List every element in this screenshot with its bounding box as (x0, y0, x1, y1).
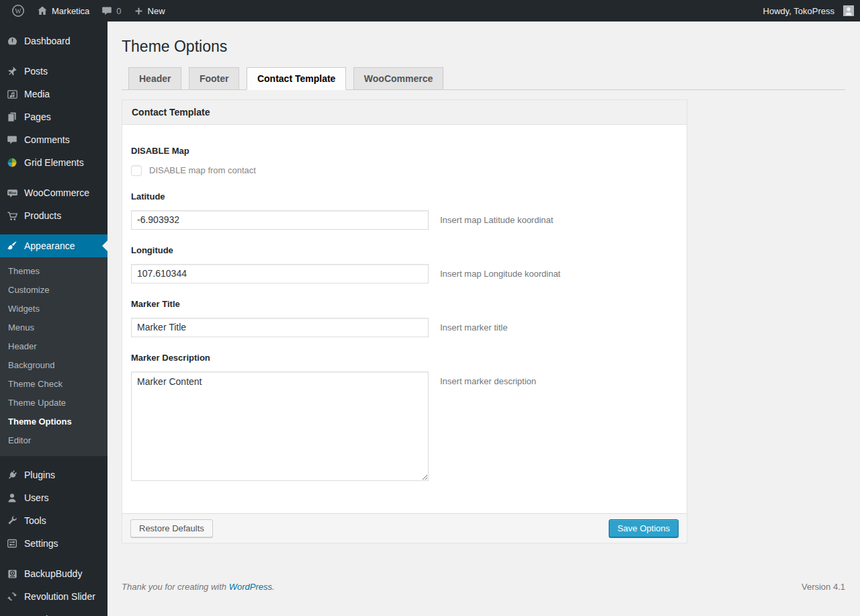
new-content-button[interactable]: New (128, 0, 171, 21)
sidebar-subitem-background[interactable]: Background (0, 356, 108, 375)
disable-map-checkbox[interactable] (131, 165, 142, 176)
sidebar-item-dashboard[interactable]: Dashboard (0, 30, 108, 52)
menu-separator (0, 174, 108, 181)
wp-logo-button[interactable]: W (5, 0, 31, 21)
woocommerce-icon: Woo (5, 186, 19, 200)
menu-separator (0, 52, 108, 60)
field-label-marker-title: Marker Title (131, 299, 678, 309)
marker-title-input[interactable] (131, 318, 429, 337)
sidebar-subitem-theme-options[interactable]: Theme Options (0, 412, 108, 431)
sidebar-item-label: Appearance (24, 240, 75, 251)
sidebar-item-posts[interactable]: Posts (0, 60, 108, 83)
comments-button[interactable]: 0 (95, 0, 127, 21)
cart-icon (5, 209, 19, 222)
sidebar-item-appearance[interactable]: Appearance (0, 234, 108, 257)
sidebar-item-media[interactable]: Media (0, 83, 108, 105)
sidebar-item-products[interactable]: Products (0, 204, 108, 227)
howdy-text: Howdy, TokoPress (763, 6, 834, 16)
dashboard-icon (5, 34, 19, 48)
appearance-submenu: Themes Customize Widgets Menus Header Ba… (0, 257, 108, 456)
footer-thanks: Thank you for creating with WordPress. (122, 582, 275, 592)
sidebar-item-pages[interactable]: Pages (0, 105, 108, 128)
tab-header[interactable]: Header (128, 67, 181, 90)
wrench-icon (5, 514, 19, 527)
new-label: New (148, 6, 165, 16)
svg-text:Woo: Woo (8, 190, 16, 194)
sidebar-subitem-editor[interactable]: Editor (0, 431, 108, 450)
sidebar-item-backupbuddy[interactable]: BackupBuddy (0, 562, 108, 585)
wordpress-logo-icon: W (11, 4, 25, 17)
marker-description-help: Insert marker description (440, 371, 536, 386)
sidebar-subitem-menus[interactable]: Menus (0, 318, 108, 337)
field-disable-map: DISABLE Map DISABLE map from contact (131, 146, 678, 176)
comments-count: 0 (116, 6, 121, 16)
field-label-longitude: Longitude (131, 245, 678, 255)
tab-contact-template[interactable]: Contact Template (247, 67, 346, 90)
field-label-disable-map: DISABLE Map (131, 146, 678, 156)
comments-icon (5, 133, 19, 146)
pushpin-icon (5, 64, 19, 78)
field-latitude: Latitude Insert map Latitude koordinat (131, 191, 678, 230)
main-content: Theme Options Header Footer Contact Temp… (108, 0, 860, 592)
sidebar-item-punch-fonts[interactable]: A Punch Fonts (0, 608, 108, 616)
sidebar-item-label: WooCommerce (24, 187, 89, 198)
sidebar-item-label: Comments (24, 134, 70, 145)
sidebar-item-label: Plugins (24, 470, 55, 480)
sidebar-subitem-header[interactable]: Header (0, 337, 108, 356)
contact-template-panel: Contact Template DISABLE Map DISABLE map… (122, 99, 687, 544)
sidebar-item-woocommerce[interactable]: Woo WooCommerce (0, 181, 108, 204)
sidebar-subitem-themes[interactable]: Themes (0, 262, 108, 281)
backup-icon (5, 567, 19, 580)
save-options-button[interactable]: Save Options (609, 519, 679, 538)
account-menu-button[interactable]: Howdy, TokoPress (757, 0, 860, 21)
rotate-arrows-icon (5, 590, 19, 603)
tab-bar: Header Footer Contact Template WooCommer… (122, 67, 845, 90)
tab-woocommerce[interactable]: WooCommerce (353, 67, 443, 90)
home-icon (37, 5, 48, 16)
marker-title-help: Insert marker title (440, 318, 507, 333)
site-name-label: Marketica (52, 6, 89, 16)
panel-footer: Restore Defaults Save Options (122, 513, 687, 543)
sidebar-subitem-theme-check[interactable]: Theme Check (0, 375, 108, 394)
panel-title: Contact Template (122, 100, 687, 125)
field-marker-title: Marker Title Insert marker title (131, 299, 678, 337)
version-text: Version 4.1 (802, 582, 845, 592)
page-footer: Thank you for creating with WordPress. V… (122, 582, 845, 592)
sidebar-item-label: Dashboard (24, 36, 71, 46)
restore-defaults-button[interactable]: Restore Defaults (130, 519, 213, 538)
sidebar-subitem-theme-update[interactable]: Theme Update (0, 394, 108, 412)
svg-text:W: W (15, 7, 22, 15)
marker-description-textarea[interactable]: Marker Content (131, 371, 429, 481)
sidebar-item-grid-elements[interactable]: Grid Elements (0, 151, 108, 174)
sidebar-item-tools[interactable]: Tools (0, 509, 108, 532)
sidebar-item-label: Products (24, 210, 61, 221)
sidebar-item-label: Media (24, 89, 50, 99)
paintbrush-icon (5, 239, 19, 253)
field-longitude: Longitude Insert map Longitude koordinat (131, 245, 678, 283)
sidebar-item-revolution-slider[interactable]: Revolution Slider (0, 585, 108, 608)
footer-thanks-prefix: Thank you for creating with (122, 582, 229, 592)
longitude-help: Insert map Longitude koordinat (440, 264, 560, 279)
sidebar-item-label: Grid Elements (24, 157, 84, 168)
sidebar-item-users[interactable]: Users (0, 486, 108, 509)
sidebar-subitem-customize[interactable]: Customize (0, 281, 108, 300)
latitude-help: Insert map Latitude koordinat (440, 210, 553, 225)
plus-icon (134, 6, 144, 16)
site-name-button[interactable]: Marketica (31, 0, 95, 21)
sidebar-subitem-widgets[interactable]: Widgets (0, 300, 108, 318)
sidebar-item-plugins[interactable]: Plugins (0, 464, 108, 486)
longitude-input[interactable] (131, 264, 429, 283)
sidebar-item-label: Users (24, 492, 49, 503)
sidebar-item-comments[interactable]: Comments (0, 128, 108, 151)
wordpress-link[interactable]: WordPress (229, 582, 272, 592)
field-label-latitude: Latitude (131, 191, 678, 202)
admin-bar: W Marketica 0 New Howdy, TokoPress (0, 0, 860, 21)
pages-icon (5, 110, 19, 124)
sidebar-item-label: BackupBuddy (24, 568, 82, 579)
latitude-input[interactable] (131, 210, 429, 230)
sidebar-item-settings[interactable]: Settings (0, 532, 108, 555)
user-icon (5, 491, 19, 504)
comment-bubble-icon (101, 5, 112, 16)
menu-separator (0, 227, 108, 234)
tab-footer[interactable]: Footer (189, 67, 240, 90)
